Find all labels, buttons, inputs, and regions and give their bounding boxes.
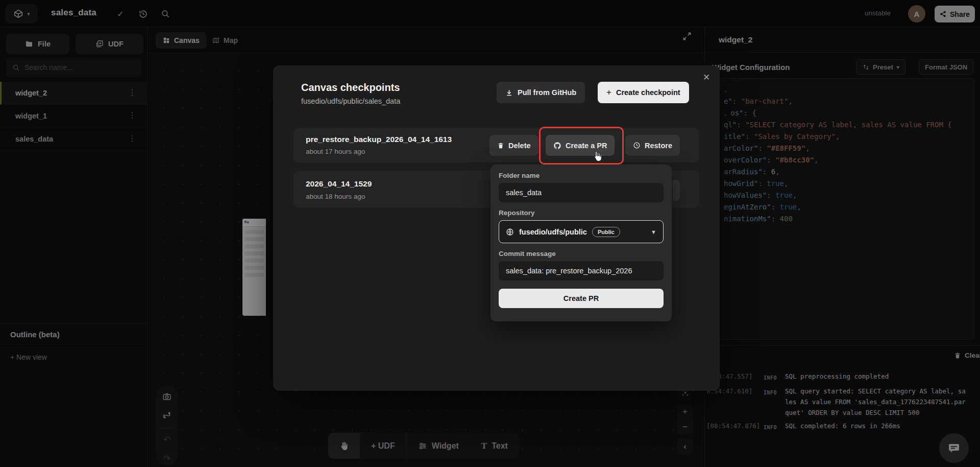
format-json-button[interactable]: Format JSON [919, 59, 973, 75]
add-text-button[interactable]: T Text [470, 433, 519, 459]
outline-section-header[interactable]: Outline (beta) [0, 323, 148, 345]
preset-label: Preset [873, 63, 893, 71]
code-line: 1⌄ [704, 84, 974, 96]
log-entry: 8:54:47.557]INFOSQL preprocessing comple… [706, 371, 979, 383]
sidebar-item-widget_2[interactable]: widget_2⋮ [0, 82, 148, 105]
panel-title: widget_2 [719, 35, 752, 44]
create-checkpoint-label: Create checkpoint [616, 88, 680, 97]
pull-from-github-button[interactable]: Pull from GitHub [497, 82, 585, 103]
chevron-down-icon: ▼ [651, 229, 656, 235]
new-view-button[interactable]: + New view [10, 353, 47, 361]
add-text-label: Text [492, 441, 508, 451]
code-line: 3 [704, 225, 974, 237]
github-icon [553, 142, 561, 150]
expand-canvas-icon[interactable] [682, 31, 693, 42]
zoom-out-button[interactable]: − [677, 419, 693, 435]
code-line: 2nimationMs": 400 [704, 213, 974, 225]
restore-clock-icon [633, 142, 641, 149]
connector-tool-button[interactable] [159, 409, 175, 423]
log-level: INFO [764, 371, 785, 383]
undo-button[interactable]: ↶ [159, 433, 175, 447]
search-icon[interactable] [159, 8, 172, 20]
preset-dropdown[interactable]: Preset ▾ [856, 59, 905, 75]
close-icon[interactable]: ✕ [700, 71, 713, 84]
code-line: 8arRadius": 6, [704, 166, 974, 178]
code-line: 5itle": "Sales by Category", [704, 131, 974, 143]
kebab-menu-icon[interactable]: ⋮ [127, 134, 137, 144]
commit-message-input[interactable] [499, 261, 664, 281]
code-line: 6arColor": "#E8FF59", [704, 143, 974, 154]
checkpoint-row: pre_restore_backup_2026_04_14_1613 about… [293, 128, 699, 162]
left-sidebar: File UDF widget_2⋮widget_1⋮sales_data⋮ O… [0, 27, 148, 467]
widget-preview-card[interactable]: Fu [242, 219, 266, 316]
kebab-menu-icon[interactable]: ⋮ [127, 88, 137, 98]
canvas-tab-strip: Canvas Map [148, 27, 704, 53]
repository-label: Repository [499, 209, 664, 217]
collapse-panel-button[interactable]: ‹ [677, 439, 693, 454]
udf-stack-plus-icon [95, 40, 104, 48]
clear-logs-button[interactable]: Clear [954, 352, 980, 359]
chevron-down-icon: ▾ [897, 64, 899, 70]
right-panel: widget_2 Widget Configuration Preset ▾ F… [704, 27, 980, 467]
redo-button[interactable]: ↷ [159, 452, 175, 465]
tab-canvas[interactable]: Canvas [156, 32, 207, 49]
grid-icon [163, 37, 170, 44]
create-pr-button[interactable]: Create a PR [546, 135, 615, 156]
code-text: arColor": "#E8FF59", [717, 143, 810, 154]
code-text: arRadius": 6, [717, 166, 780, 178]
sidebar-item-label: widget_2 [15, 89, 47, 97]
zoom-in-button[interactable]: + [677, 404, 693, 419]
screenshot-camera-button[interactable] [159, 390, 175, 404]
json-code-editor[interactable]: 1⌄2e": "bar-chart",3⌄ os": {4ql": "SELEC… [704, 78, 974, 340]
share-button[interactable]: Share [935, 6, 975, 22]
chat-bubble-button[interactable] [939, 433, 969, 463]
code-text: howGrid": true, [717, 178, 788, 190]
map-icon [212, 37, 219, 44]
code-text: ql": "SELECT category AS label, sales AS… [717, 119, 952, 131]
code-text: e": "bar-chart", [717, 96, 793, 107]
search-input[interactable] [24, 63, 135, 72]
log-level: INFO [764, 421, 785, 433]
log-entry: [08:54:47.876]INFOSQL completed: 6 rows … [706, 421, 979, 433]
hand-tool-button[interactable] [328, 433, 360, 459]
share-icon [940, 11, 946, 17]
fused-logo-icon [13, 8, 24, 19]
app-logo-menu[interactable]: ▾ [5, 4, 38, 24]
restore-checkpoint-button[interactable]: Restore [625, 135, 680, 156]
chat-icon [948, 442, 960, 454]
folder-name-input[interactable] [499, 183, 664, 202]
code-line: 1eginAtZero": true, [704, 201, 974, 213]
file-button[interactable]: File [6, 34, 69, 54]
delete-checkpoint-button[interactable]: Delete [489, 135, 538, 156]
create-checkpoint-button[interactable]: + Create checkpoint [598, 82, 689, 103]
tab-map-label: Map [224, 36, 238, 44]
trash-icon [954, 352, 961, 359]
checkpoint-name: 2026_04_14_1529 [306, 179, 372, 189]
create-pr-label: Create a PR [566, 142, 607, 150]
log-message: SQL preprocessing completed [785, 371, 967, 382]
code-text: ⌄ os": { [717, 107, 756, 119]
history-icon[interactable] [137, 8, 149, 20]
create-pr-submit-button[interactable]: Create PR [499, 289, 664, 308]
app-root: ▾ sales_data ✓ unstable A Share [0, 0, 980, 467]
repository-select[interactable]: fusedio/udfs/public Public ▼ [499, 220, 664, 243]
udf-button[interactable]: UDF [76, 34, 143, 54]
widget-preview-header: Fu [242, 219, 266, 227]
canvas-left-toolbar: ↶ ↷ [156, 386, 178, 465]
add-udf-button[interactable]: + UDF [360, 433, 406, 459]
modal-title: Canvas checkpoints [301, 82, 400, 94]
code-line: 4ql": "SELECT category AS label, sales A… [704, 119, 974, 131]
tab-map[interactable]: Map [205, 32, 245, 49]
code-text: itle": "Sales by Category", [717, 131, 840, 143]
avatar[interactable]: A [908, 5, 925, 22]
document-title: sales_data [51, 8, 96, 18]
sidebar-item-sales_data[interactable]: sales_data⋮ [0, 128, 148, 151]
checkpoint-time: about 18 hours ago [306, 193, 365, 200]
sidebar-item-widget_1[interactable]: widget_1⋮ [0, 105, 148, 128]
canvas-zoom-controls: + − ‹ [677, 385, 693, 454]
add-widget-button[interactable]: Widget [407, 433, 470, 459]
swap-icon [863, 64, 869, 71]
kebab-menu-icon[interactable]: ⋮ [127, 111, 137, 121]
sidebar-search[interactable] [6, 58, 141, 77]
code-line: 4 [704, 237, 974, 248]
